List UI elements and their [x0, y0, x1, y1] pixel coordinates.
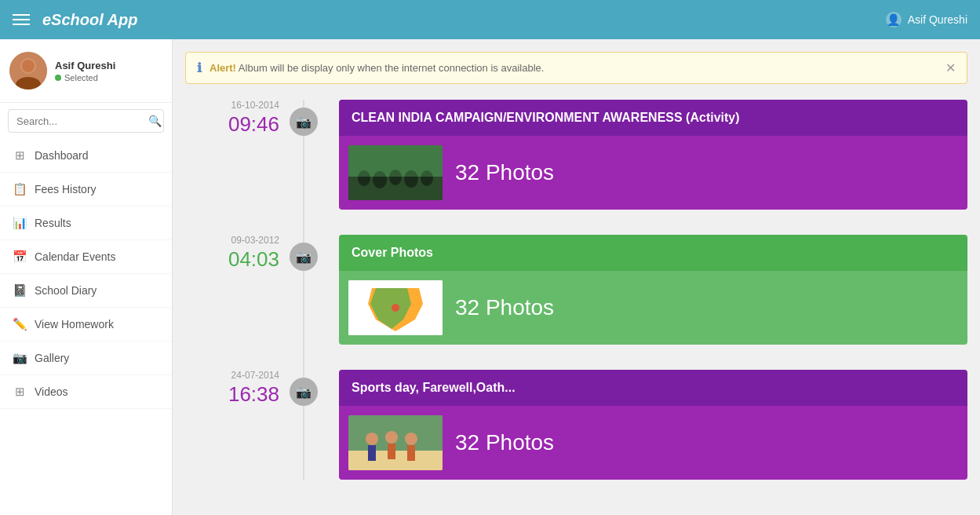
user-profile: Asif Qureshi Selected — [0, 39, 172, 103]
timeline-dot: 📷 — [290, 243, 318, 271]
nav-username: Asif Qureshi — [908, 13, 967, 26]
alert-message: Album will be display only when the inte… — [239, 62, 545, 74]
status-dot — [55, 75, 61, 81]
timeline-dot: 📷 — [290, 378, 318, 406]
search-input[interactable] — [16, 115, 148, 127]
sidebar-item-fees-history[interactable]: 📋 Fees History — [0, 173, 172, 206]
sidebar-item-calendar-events[interactable]: 📅 Calendar Events — [0, 240, 172, 274]
camera-icon: 📷 — [296, 250, 311, 265]
camera-icon: 📷 — [296, 115, 311, 130]
album-thumbnail — [348, 145, 443, 200]
sidebar-item-gallery[interactable]: 📷 Gallery — [0, 342, 172, 375]
album-header: Sports day, Farewell,Oath... — [339, 370, 967, 406]
sidebar-item-label: Calendar Events — [35, 250, 116, 263]
top-nav: eSchool App 👤 Asif Qureshi — [0, 0, 980, 39]
sidebar-item-label: Videos — [35, 385, 68, 398]
sidebar-item-results[interactable]: 📊 Results — [0, 206, 172, 240]
timeline-time: 09-03-2012 04:03 — [185, 235, 295, 272]
svg-rect-21 — [407, 445, 415, 461]
album-thumbnail — [348, 280, 443, 335]
results-icon: 📊 — [13, 216, 27, 230]
avatar — [9, 52, 47, 89]
sidebar-item-label: Dashboard — [35, 149, 89, 162]
sidebar-item-videos[interactable]: ⊞ Videos — [0, 375, 172, 409]
svg-rect-11 — [348, 145, 443, 177]
svg-point-18 — [385, 431, 398, 444]
timeline-item: 09-03-2012 04:03 📷 Cover Photos — [185, 235, 967, 345]
timeline-item: 16-10-2014 09:46 📷 CLEAN INDIA CAMPAIGN/… — [185, 100, 967, 210]
user-name: Asif Qureshi — [55, 60, 162, 71]
sidebar: Asif Qureshi Selected 🔍 ⊞ Dashboard 📋 Fe… — [0, 39, 173, 515]
thumb-image — [348, 280, 443, 335]
sidebar-item-dashboard[interactable]: ⊞ Dashboard — [0, 139, 172, 173]
alert-label: Alert! — [209, 62, 236, 74]
search-box[interactable]: 🔍 — [8, 109, 164, 133]
sidebar-item-label: School Diary — [35, 284, 97, 297]
sidebar-item-label: View Homework — [35, 318, 114, 331]
time-clock: 09:46 — [185, 112, 279, 137]
photo-count: 32 Photos — [455, 295, 554, 320]
time-date: 24-07-2014 — [185, 370, 279, 381]
time-clock: 04:03 — [185, 247, 279, 272]
sidebar-item-school-diary[interactable]: 📓 School Diary — [0, 274, 172, 308]
diary-icon: 📓 — [13, 283, 27, 298]
user-status: Selected — [55, 73, 162, 82]
alert-box: ℹ Alert! Album will be display only when… — [185, 52, 967, 84]
svg-point-13 — [392, 304, 399, 312]
album-card[interactable]: CLEAN INDIA CAMPAIGN/ENVIRONMENT AWARENE… — [339, 100, 967, 210]
time-clock: 16:38 — [185, 382, 279, 407]
sidebar-item-label: Gallery — [35, 352, 69, 364]
info-icon: ℹ — [197, 60, 202, 75]
svg-point-16 — [366, 433, 378, 445]
main-content: ℹ Alert! Album will be display only when… — [173, 39, 980, 515]
alert-content: ℹ Alert! Album will be display only when… — [197, 60, 544, 75]
user-info: Asif Qureshi Selected — [55, 60, 162, 82]
search-icon[interactable]: 🔍 — [148, 115, 162, 127]
thumb-image — [348, 415, 443, 470]
album-body: 32 Photos — [339, 271, 967, 345]
homework-icon: ✏️ — [13, 317, 27, 331]
svg-rect-17 — [368, 445, 376, 461]
timeline-item: 24-07-2014 16:38 📷 Sports day, Farewell,… — [185, 370, 967, 480]
album-card[interactable]: Sports day, Farewell,Oath... — [339, 370, 967, 480]
videos-icon: ⊞ — [13, 385, 27, 399]
user-icon: 👤 — [886, 12, 902, 27]
timeline: 16-10-2014 09:46 📷 CLEAN INDIA CAMPAIGN/… — [185, 100, 967, 480]
calendar-icon: 📅 — [13, 250, 27, 264]
album-card[interactable]: Cover Photos — [339, 235, 967, 345]
dashboard-icon: ⊞ — [13, 148, 27, 163]
close-icon[interactable]: ✕ — [945, 60, 956, 75]
app-title: eSchool App — [42, 11, 137, 29]
nav-right: 👤 Asif Qureshi — [886, 12, 967, 27]
timeline-dot: 📷 — [290, 108, 318, 136]
alert-text: Alert! Album will be display only when t… — [209, 62, 544, 74]
time-date: 09-03-2012 — [185, 235, 279, 246]
thumb-image — [348, 145, 443, 200]
camera-icon: 📷 — [296, 385, 311, 400]
sidebar-item-label: Fees History — [35, 183, 97, 195]
nav-left: eSchool App — [13, 11, 137, 29]
svg-point-20 — [405, 433, 417, 445]
status-label: Selected — [64, 73, 98, 82]
album-header: Cover Photos — [339, 235, 967, 271]
album-body: 32 Photos — [339, 406, 967, 480]
svg-point-3 — [22, 60, 35, 72]
gallery-icon: 📷 — [13, 351, 27, 365]
sidebar-item-view-homework[interactable]: ✏️ View Homework — [0, 308, 172, 342]
timeline-time: 24-07-2014 16:38 — [185, 370, 295, 407]
album-header: CLEAN INDIA CAMPAIGN/ENVIRONMENT AWARENE… — [339, 100, 967, 136]
photo-count: 32 Photos — [455, 160, 554, 185]
album-body: 32 Photos — [339, 136, 967, 210]
time-date: 16-10-2014 — [185, 100, 279, 111]
album-thumbnail — [348, 415, 443, 470]
photo-count: 32 Photos — [455, 430, 554, 455]
svg-rect-19 — [388, 444, 395, 459]
sidebar-item-label: Results — [35, 217, 71, 229]
timeline-time: 16-10-2014 09:46 — [185, 100, 295, 137]
hamburger-button[interactable] — [13, 14, 30, 25]
fees-history-icon: 📋 — [13, 182, 27, 196]
